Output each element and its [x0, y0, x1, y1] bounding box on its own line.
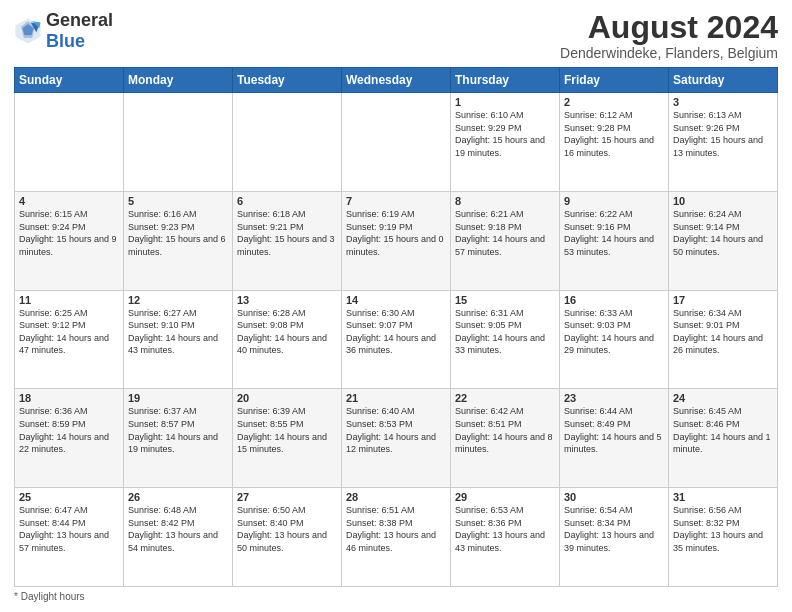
- day-number: 9: [564, 195, 664, 207]
- day-number: 28: [346, 491, 446, 503]
- day-number: 23: [564, 392, 664, 404]
- day-info: Sunrise: 6:42 AM Sunset: 8:51 PM Dayligh…: [455, 405, 555, 455]
- day-info: Sunrise: 6:54 AM Sunset: 8:34 PM Dayligh…: [564, 504, 664, 554]
- calendar-week-row: 25Sunrise: 6:47 AM Sunset: 8:44 PM Dayli…: [15, 488, 778, 587]
- day-info: Sunrise: 6:33 AM Sunset: 9:03 PM Dayligh…: [564, 307, 664, 357]
- day-info: Sunrise: 6:16 AM Sunset: 9:23 PM Dayligh…: [128, 208, 228, 258]
- calendar-week-row: 18Sunrise: 6:36 AM Sunset: 8:59 PM Dayli…: [15, 389, 778, 488]
- day-number: 11: [19, 294, 119, 306]
- day-number: 24: [673, 392, 773, 404]
- day-number: 6: [237, 195, 337, 207]
- day-info: Sunrise: 6:34 AM Sunset: 9:01 PM Dayligh…: [673, 307, 773, 357]
- day-info: Sunrise: 6:15 AM Sunset: 9:24 PM Dayligh…: [19, 208, 119, 258]
- table-row: 15Sunrise: 6:31 AM Sunset: 9:05 PM Dayli…: [451, 290, 560, 389]
- table-row: 28Sunrise: 6:51 AM Sunset: 8:38 PM Dayli…: [342, 488, 451, 587]
- day-info: Sunrise: 6:22 AM Sunset: 9:16 PM Dayligh…: [564, 208, 664, 258]
- table-row: 27Sunrise: 6:50 AM Sunset: 8:40 PM Dayli…: [233, 488, 342, 587]
- day-info: Sunrise: 6:27 AM Sunset: 9:10 PM Dayligh…: [128, 307, 228, 357]
- logo: General Blue: [14, 10, 113, 52]
- calendar-week-row: 1Sunrise: 6:10 AM Sunset: 9:29 PM Daylig…: [15, 93, 778, 192]
- day-info: Sunrise: 6:51 AM Sunset: 8:38 PM Dayligh…: [346, 504, 446, 554]
- day-number: 17: [673, 294, 773, 306]
- calendar-header-row: Sunday Monday Tuesday Wednesday Thursday…: [15, 68, 778, 93]
- day-info: Sunrise: 6:37 AM Sunset: 8:57 PM Dayligh…: [128, 405, 228, 455]
- day-info: Sunrise: 6:40 AM Sunset: 8:53 PM Dayligh…: [346, 405, 446, 455]
- day-number: 31: [673, 491, 773, 503]
- subtitle: Denderwindeke, Flanders, Belgium: [560, 45, 778, 61]
- day-info: Sunrise: 6:10 AM Sunset: 9:29 PM Dayligh…: [455, 109, 555, 159]
- table-row: 22Sunrise: 6:42 AM Sunset: 8:51 PM Dayli…: [451, 389, 560, 488]
- day-number: 29: [455, 491, 555, 503]
- main-title: August 2024: [560, 10, 778, 45]
- title-area: August 2024 Denderwindeke, Flanders, Bel…: [560, 10, 778, 61]
- table-row: 24Sunrise: 6:45 AM Sunset: 8:46 PM Dayli…: [669, 389, 778, 488]
- col-wednesday: Wednesday: [342, 68, 451, 93]
- day-info: Sunrise: 6:36 AM Sunset: 8:59 PM Dayligh…: [19, 405, 119, 455]
- footer-note: * Daylight hours: [14, 591, 778, 602]
- day-info: Sunrise: 6:30 AM Sunset: 9:07 PM Dayligh…: [346, 307, 446, 357]
- calendar-week-row: 4Sunrise: 6:15 AM Sunset: 9:24 PM Daylig…: [15, 191, 778, 290]
- day-number: 15: [455, 294, 555, 306]
- col-friday: Friday: [560, 68, 669, 93]
- day-number: 8: [455, 195, 555, 207]
- table-row: 31Sunrise: 6:56 AM Sunset: 8:32 PM Dayli…: [669, 488, 778, 587]
- day-info: Sunrise: 6:47 AM Sunset: 8:44 PM Dayligh…: [19, 504, 119, 554]
- table-row: 3Sunrise: 6:13 AM Sunset: 9:26 PM Daylig…: [669, 93, 778, 192]
- day-number: 13: [237, 294, 337, 306]
- table-row: 6Sunrise: 6:18 AM Sunset: 9:21 PM Daylig…: [233, 191, 342, 290]
- col-sunday: Sunday: [15, 68, 124, 93]
- logo-general: General: [46, 10, 113, 30]
- generalblue-icon: [14, 17, 42, 45]
- day-info: Sunrise: 6:39 AM Sunset: 8:55 PM Dayligh…: [237, 405, 337, 455]
- day-number: 10: [673, 195, 773, 207]
- day-number: 7: [346, 195, 446, 207]
- logo-blue: Blue: [46, 31, 85, 51]
- table-row: 13Sunrise: 6:28 AM Sunset: 9:08 PM Dayli…: [233, 290, 342, 389]
- table-row: 8Sunrise: 6:21 AM Sunset: 9:18 PM Daylig…: [451, 191, 560, 290]
- table-row: 16Sunrise: 6:33 AM Sunset: 9:03 PM Dayli…: [560, 290, 669, 389]
- table-row: 23Sunrise: 6:44 AM Sunset: 8:49 PM Dayli…: [560, 389, 669, 488]
- day-info: Sunrise: 6:50 AM Sunset: 8:40 PM Dayligh…: [237, 504, 337, 554]
- day-info: Sunrise: 6:28 AM Sunset: 9:08 PM Dayligh…: [237, 307, 337, 357]
- table-row: 7Sunrise: 6:19 AM Sunset: 9:19 PM Daylig…: [342, 191, 451, 290]
- calendar-week-row: 11Sunrise: 6:25 AM Sunset: 9:12 PM Dayli…: [15, 290, 778, 389]
- day-info: Sunrise: 6:48 AM Sunset: 8:42 PM Dayligh…: [128, 504, 228, 554]
- table-row: 20Sunrise: 6:39 AM Sunset: 8:55 PM Dayli…: [233, 389, 342, 488]
- day-info: Sunrise: 6:45 AM Sunset: 8:46 PM Dayligh…: [673, 405, 773, 455]
- table-row: 18Sunrise: 6:36 AM Sunset: 8:59 PM Dayli…: [15, 389, 124, 488]
- table-row: 11Sunrise: 6:25 AM Sunset: 9:12 PM Dayli…: [15, 290, 124, 389]
- table-row: 19Sunrise: 6:37 AM Sunset: 8:57 PM Dayli…: [124, 389, 233, 488]
- day-number: 20: [237, 392, 337, 404]
- page: General Blue August 2024 Denderwindeke, …: [0, 0, 792, 612]
- table-row: 25Sunrise: 6:47 AM Sunset: 8:44 PM Dayli…: [15, 488, 124, 587]
- calendar-table: Sunday Monday Tuesday Wednesday Thursday…: [14, 67, 778, 587]
- table-row: 9Sunrise: 6:22 AM Sunset: 9:16 PM Daylig…: [560, 191, 669, 290]
- day-number: 21: [346, 392, 446, 404]
- table-row: [342, 93, 451, 192]
- day-number: 22: [455, 392, 555, 404]
- table-row: 14Sunrise: 6:30 AM Sunset: 9:07 PM Dayli…: [342, 290, 451, 389]
- table-row: 1Sunrise: 6:10 AM Sunset: 9:29 PM Daylig…: [451, 93, 560, 192]
- col-tuesday: Tuesday: [233, 68, 342, 93]
- day-number: 26: [128, 491, 228, 503]
- day-number: 19: [128, 392, 228, 404]
- day-number: 14: [346, 294, 446, 306]
- table-row: 4Sunrise: 6:15 AM Sunset: 9:24 PM Daylig…: [15, 191, 124, 290]
- day-number: 18: [19, 392, 119, 404]
- col-monday: Monday: [124, 68, 233, 93]
- day-number: 2: [564, 96, 664, 108]
- table-row: 17Sunrise: 6:34 AM Sunset: 9:01 PM Dayli…: [669, 290, 778, 389]
- table-row: 29Sunrise: 6:53 AM Sunset: 8:36 PM Dayli…: [451, 488, 560, 587]
- table-row: [15, 93, 124, 192]
- day-number: 1: [455, 96, 555, 108]
- day-info: Sunrise: 6:19 AM Sunset: 9:19 PM Dayligh…: [346, 208, 446, 258]
- day-info: Sunrise: 6:56 AM Sunset: 8:32 PM Dayligh…: [673, 504, 773, 554]
- table-row: [233, 93, 342, 192]
- day-number: 5: [128, 195, 228, 207]
- table-row: 21Sunrise: 6:40 AM Sunset: 8:53 PM Dayli…: [342, 389, 451, 488]
- day-info: Sunrise: 6:21 AM Sunset: 9:18 PM Dayligh…: [455, 208, 555, 258]
- day-number: 16: [564, 294, 664, 306]
- day-info: Sunrise: 6:53 AM Sunset: 8:36 PM Dayligh…: [455, 504, 555, 554]
- table-row: 12Sunrise: 6:27 AM Sunset: 9:10 PM Dayli…: [124, 290, 233, 389]
- table-row: 2Sunrise: 6:12 AM Sunset: 9:28 PM Daylig…: [560, 93, 669, 192]
